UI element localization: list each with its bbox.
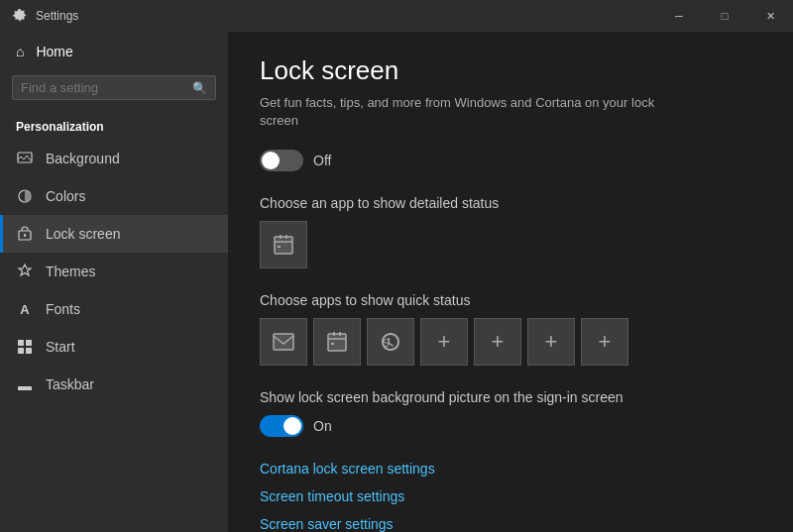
- mail-app-icon[interactable]: [260, 318, 307, 366]
- svg-rect-15: [333, 332, 335, 336]
- quick-add-icon-2[interactable]: +: [474, 318, 521, 366]
- cortana-toggle[interactable]: [260, 150, 303, 171]
- page-subtitle: Get fun facts, tips, and more from Windo…: [260, 94, 656, 130]
- toggle-cortana-row: Off: [260, 150, 761, 171]
- quick-status-section: Choose apps to show quick status: [260, 292, 761, 366]
- sidebar-item-taskbar-label: Taskbar: [46, 376, 94, 392]
- settings-icon: [12, 8, 28, 24]
- signin-toggle-label: Show lock screen background picture on t…: [260, 389, 761, 405]
- cortana-lock-screen-link[interactable]: Cortana lock screen settings: [260, 461, 761, 477]
- sidebar-item-start[interactable]: Start: [0, 328, 228, 366]
- svg-rect-17: [331, 343, 334, 345]
- detailed-status-label: Choose an app to show detailed status: [260, 195, 761, 211]
- sidebar-section-title: Personalization: [0, 112, 228, 140]
- calendar-app-icon-detailed[interactable]: [260, 221, 307, 268]
- minimize-button[interactable]: ─: [656, 0, 702, 32]
- titlebar-title: Settings: [36, 9, 78, 23]
- maximize-button[interactable]: □: [702, 0, 747, 32]
- sidebar-item-home[interactable]: ⌂ Home: [0, 32, 228, 71]
- sidebar-item-lock-screen[interactable]: Lock screen: [0, 215, 228, 253]
- sidebar: ⌂ Home 🔍 Personalization Background: [0, 32, 228, 532]
- search-icon: 🔍: [192, 81, 207, 95]
- quick-add-icon-3[interactable]: +: [527, 318, 575, 366]
- app-body: ⌂ Home 🔍 Personalization Background: [0, 32, 793, 532]
- search-box[interactable]: 🔍: [12, 75, 216, 100]
- detailed-status-section: Choose an app to show detailed status: [260, 195, 761, 268]
- sidebar-item-fonts-label: Fonts: [46, 301, 80, 317]
- calendar-app-icon-quick[interactable]: [313, 318, 361, 366]
- svg-text:S: S: [383, 338, 390, 349]
- colors-icon: [16, 187, 34, 205]
- skype-app-icon[interactable]: S: [367, 318, 414, 366]
- svg-rect-5: [26, 340, 32, 346]
- sidebar-item-background-label: Background: [46, 151, 120, 166]
- svg-rect-7: [26, 348, 32, 354]
- titlebar-left: Settings: [12, 8, 78, 24]
- start-icon: [16, 338, 34, 356]
- signin-toggle[interactable]: [260, 415, 303, 437]
- home-label: Home: [36, 44, 72, 59]
- fonts-icon: A: [16, 300, 34, 318]
- lock-screen-icon: [16, 225, 34, 243]
- svg-rect-6: [18, 348, 24, 354]
- page-title: Lock screen: [260, 55, 761, 86]
- screen-timeout-link[interactable]: Screen timeout settings: [260, 488, 761, 504]
- titlebar-controls: ─ □ ✕: [656, 0, 793, 32]
- quick-add-icon-1[interactable]: +: [420, 318, 468, 366]
- quick-status-label: Choose apps to show quick status: [260, 292, 761, 308]
- svg-rect-4: [18, 340, 24, 346]
- sidebar-item-background[interactable]: Background: [0, 140, 228, 177]
- search-input[interactable]: [21, 80, 192, 95]
- sidebar-item-colors[interactable]: Colors: [0, 177, 228, 215]
- quick-add-icon-4[interactable]: +: [581, 318, 628, 366]
- detailed-status-icons: [260, 221, 761, 268]
- svg-rect-14: [328, 334, 346, 351]
- svg-rect-16: [339, 332, 341, 336]
- sidebar-item-lock-screen-label: Lock screen: [46, 226, 120, 242]
- signin-toggle-state: On: [313, 418, 332, 434]
- sidebar-item-start-label: Start: [46, 339, 75, 355]
- signin-toggle-row: On: [260, 415, 761, 437]
- svg-rect-11: [285, 235, 287, 239]
- sidebar-item-fonts[interactable]: A Fonts: [0, 290, 228, 328]
- home-icon: ⌂: [16, 44, 24, 59]
- sidebar-item-colors-label: Colors: [46, 188, 85, 204]
- svg-rect-12: [278, 246, 281, 248]
- close-button[interactable]: ✕: [747, 0, 793, 32]
- background-icon: [16, 150, 34, 167]
- svg-rect-13: [274, 334, 293, 350]
- sidebar-item-taskbar[interactable]: Taskbar: [0, 366, 228, 403]
- sidebar-item-themes[interactable]: Themes: [0, 253, 228, 290]
- taskbar-icon: [16, 375, 34, 393]
- cortana-toggle-label: Off: [313, 153, 331, 168]
- screen-saver-link[interactable]: Screen saver settings: [260, 516, 761, 532]
- sidebar-item-themes-label: Themes: [46, 264, 96, 279]
- svg-rect-3: [24, 234, 26, 237]
- themes-icon: [16, 263, 34, 280]
- signin-toggle-section: Show lock screen background picture on t…: [260, 389, 761, 437]
- main-content: Lock screen Get fun facts, tips, and mor…: [228, 32, 793, 532]
- titlebar: Settings ─ □ ✕: [0, 0, 793, 32]
- svg-rect-10: [280, 235, 282, 239]
- quick-status-icons: S + + + +: [260, 318, 761, 366]
- svg-rect-8: [18, 386, 32, 390]
- svg-rect-9: [275, 237, 292, 254]
